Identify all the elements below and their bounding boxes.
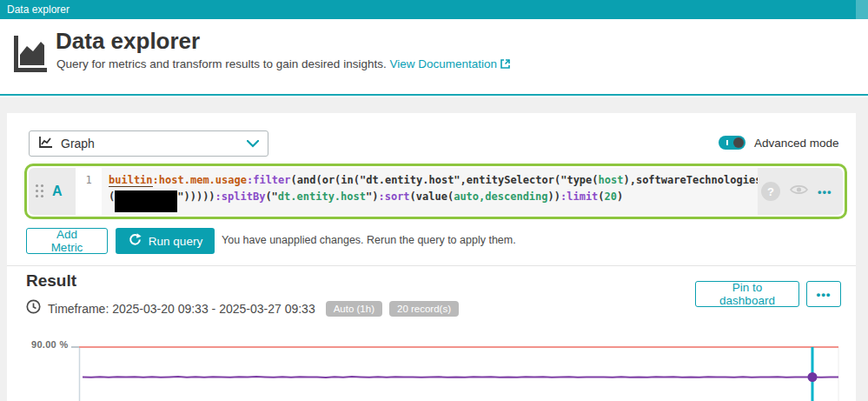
advanced-mode-control: Advanced mode	[719, 136, 839, 150]
metric-row-left: A	[29, 168, 76, 215]
memory-usage-series-line	[83, 377, 838, 378]
line-number-gutter: 1	[76, 168, 102, 215]
query-code-input[interactable]: builtin:host.mem.usage:filter(and(or(in(…	[102, 168, 758, 215]
timeframe-badge: 20 record(s)	[389, 301, 459, 317]
query-editor[interactable]: A 1 builtin:host.mem.usage:filter(and(or…	[29, 168, 843, 215]
metric-key-label: A	[52, 184, 63, 199]
result-title: Result	[26, 271, 76, 291]
timeframe-badge: Auto (1h)	[326, 301, 382, 317]
advanced-mode-toggle[interactable]	[719, 136, 745, 150]
help-icon[interactable]: ?	[761, 182, 780, 201]
page-title: Data explorer	[56, 28, 200, 55]
clock-icon	[26, 299, 41, 317]
line-number: 1	[85, 174, 91, 186]
view-documentation-link[interactable]: View Documentation	[389, 57, 497, 70]
add-metric-button[interactable]: Add Metric	[26, 228, 108, 254]
timeframe-row: Timeframe: 2025-03-20 09:33 - 2025-03-27…	[26, 299, 459, 317]
unapplied-changes-hint: You have unapplied changes. Rerun the qu…	[222, 234, 516, 246]
toggle-on-mark	[726, 140, 728, 145]
run-query-label: Run query	[149, 235, 202, 248]
line-chart-icon	[38, 136, 53, 151]
data-explorer-chart-icon	[12, 34, 49, 77]
pin-to-dashboard-button[interactable]: Pin to dashboard	[695, 281, 799, 307]
scrollbar-track[interactable]	[856, 0, 868, 19]
timeframe-badges: Auto (1h)20 record(s)	[326, 301, 459, 317]
timeframe-text: Timeframe: 2025-03-20 09:33 - 2025-03-27…	[48, 302, 315, 316]
editor-more-options-icon[interactable]: •••	[818, 185, 832, 198]
editor-actions: ? •••	[758, 168, 843, 215]
page-subtitle: Query for metrics and transform results …	[56, 57, 511, 72]
query-editor-highlight: A 1 builtin:host.mem.usage:filter(and(or…	[24, 164, 847, 219]
result-more-options-button[interactable]: •••	[806, 281, 841, 307]
toggle-knob	[733, 137, 744, 148]
visualization-select[interactable]: Graph	[29, 130, 268, 157]
top-bar: Data explorer	[0, 0, 868, 19]
visibility-eye-icon[interactable]	[790, 184, 808, 199]
hovered-point-marker	[808, 372, 818, 382]
external-link-icon	[500, 59, 511, 72]
subtitle-text: Query for metrics and transform results …	[56, 57, 387, 70]
page-header: Data explorer Query for metrics and tran…	[0, 19, 868, 96]
chevron-down-icon	[247, 137, 259, 150]
top-bar-title: Data explorer	[7, 3, 70, 16]
result-line-chart[interactable]	[0, 335, 868, 401]
run-query-button[interactable]: Run query	[116, 228, 215, 254]
data-explorer-screen: Data explorer Data explorer Query for me…	[0, 0, 868, 401]
advanced-mode-label: Advanced mode	[754, 137, 839, 150]
redacted-value	[115, 190, 177, 212]
drag-handle-icon[interactable]	[36, 184, 44, 198]
section-divider	[7, 265, 856, 266]
refresh-icon	[128, 232, 142, 250]
visualization-selected-value: Graph	[61, 137, 247, 150]
